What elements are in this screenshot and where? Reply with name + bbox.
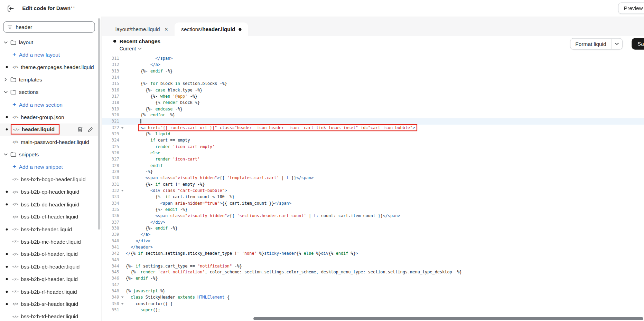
code-line-321[interactable]: 321 [102, 118, 644, 125]
code-line-342[interactable]: 342</{% if section.settings.sticky_heade… [102, 250, 644, 256]
code-line-328[interactable]: 328 endif [102, 162, 644, 168]
code-line-339[interactable]: 339 </a> [102, 231, 644, 237]
code-line-318[interactable]: 318 {% render block %} [102, 99, 644, 106]
line-number: 313 [102, 68, 119, 74]
file-tree: layout+Add a new layout</>theme.gempages… [0, 36, 98, 321]
code-line-340[interactable]: 340 </div> [102, 238, 644, 244]
chevron-down-icon[interactable] [612, 43, 622, 45]
line-number: 346 [102, 275, 119, 282]
tree-folder-snippets[interactable]: snippets [0, 148, 98, 161]
code-line-320[interactable]: 320 {%- endfor -%} [102, 112, 644, 118]
chevron-down-icon [3, 41, 8, 43]
code-line-330[interactable]: 330 <span class="visually-hidden">{{ 'te… [102, 175, 644, 181]
page-title: Edit code for Dawn [22, 5, 71, 11]
modified-dot [6, 128, 8, 130]
preview-button[interactable]: Preview [618, 2, 644, 14]
tree-folder-templates[interactable]: templates [0, 74, 98, 86]
code-line-338[interactable]: 338 {%- endif -%} [102, 225, 644, 231]
plus-icon: + [12, 165, 17, 169]
tree-item-label: bss-b2b-mc-header.liquid [21, 239, 81, 245]
code-line-349[interactable]: 349 class StickyHeader extends HTMLEleme… [102, 294, 644, 300]
rename-file-button[interactable] [87, 127, 93, 133]
version-dropdown[interactable]: Current [120, 46, 142, 52]
code-line-341[interactable]: 341 </header> [102, 244, 644, 250]
code-line-346[interactable]: 346{%- endif -%} [102, 275, 644, 282]
code-line-350[interactable]: 350 constructor() { [102, 301, 644, 307]
tree-add-add-a-new-section[interactable]: +Add a new section [0, 98, 98, 111]
fold-icon[interactable] [121, 297, 123, 299]
delete-file-button[interactable] [77, 126, 83, 133]
search-input[interactable] [16, 24, 91, 30]
code-line-316[interactable]: 316 {%- case block.type -%} [102, 87, 644, 93]
horizontal-scrollbar[interactable] [102, 317, 643, 320]
tree-file-bss-b2b-cp-header-liquid[interactable]: </>bss-b2b-cp-header.liquid [0, 186, 98, 198]
code-line-324[interactable]: 324 if cart == empty [102, 137, 644, 143]
line-number: 328 [102, 162, 119, 168]
code-line-347[interactable]: 347 [102, 282, 644, 288]
tree-folder-sections[interactable]: sections [0, 86, 98, 98]
scrollbar-thumb[interactable] [253, 317, 643, 320]
code-line-312[interactable]: 312 </a> [102, 62, 644, 68]
tree-file-bss-b2b-bogo-header-liquid[interactable]: </>bss-b2b-bogo-header.liquid [0, 173, 98, 186]
tree-file-bss-b2b-qb-header-liquid[interactable]: </>bss-b2b-qb-header.liquid [0, 260, 98, 273]
tree-folder-layout[interactable]: layout [0, 36, 98, 49]
tree-file-bss-b2b-header-liquid[interactable]: </>bss-b2b-header.liquid [0, 223, 98, 235]
code-line-313[interactable]: 313 {%- endif -%} [102, 68, 644, 74]
code-line-332[interactable]: 332 <div class="cart-count-bubble"> [102, 187, 644, 194]
sidebar-scrollbar[interactable] [98, 18, 100, 230]
code-editor[interactable]: 311 </span>312 </a>313 {%- endif -%}3143… [102, 52, 644, 321]
code-line-319[interactable]: 319 {%- endcase -%} [102, 106, 644, 112]
code-line-323[interactable]: 323 {%- liquid [102, 131, 644, 137]
code-line-345[interactable]: 345 {%- render 'cart-notification', colo… [102, 269, 644, 275]
tree-add-add-a-new-layout[interactable]: +Add a new layout [0, 49, 98, 61]
code-line-322[interactable]: 322 <a href="{{ routes.cart_url }}" clas… [102, 125, 644, 131]
tree-file-bss-b2b-dc-header-liquid[interactable]: </>bss-b2b-dc-header.liquid [0, 198, 98, 211]
code-line-315[interactable]: 315 {%- for block in section.blocks -%} [102, 80, 644, 87]
tree-file-bss-b2b-ef-header-liquid[interactable]: </>bss-b2b-ef-header.liquid [0, 211, 98, 223]
code-line-333[interactable]: 333 {%- if cart.item_count < 100 -%} [102, 194, 644, 200]
fold-icon[interactable] [121, 190, 123, 192]
code-line-334[interactable]: 334 <span aria-hidden="true">{{ cart.ite… [102, 200, 644, 206]
fold-icon[interactable] [121, 127, 123, 129]
tab-sections-header-liquid[interactable]: sections/header.liquid [175, 22, 248, 36]
code-line-311[interactable]: 311 </span> [102, 55, 644, 61]
tree-file-bss-b2b-td-header-liquid[interactable]: </>bss-b2b-td-header.liquid [0, 310, 98, 321]
tree-item-label: bss-b2b-ef-header.liquid [21, 214, 78, 220]
code-line-327[interactable]: 327 render 'icon-cart' [102, 156, 644, 162]
code-line-326[interactable]: 326 else [102, 150, 644, 156]
code-line-317[interactable]: 317 {%- when '@app' -%} [102, 93, 644, 99]
tree-file-bss-b2b-rf-header-liquid[interactable]: </>bss-b2b-rf-header.liquid [0, 285, 98, 298]
format-liquid-button[interactable]: Format liquid [570, 38, 623, 49]
tree-file-header-group-json[interactable]: </>header-group.json [0, 111, 98, 123]
code-line-348[interactable]: 348{% javascript %} [102, 288, 644, 294]
code-file-icon: </> [12, 277, 19, 281]
code-line-336[interactable]: 336 <span class="visually-hidden">{{ 'se… [102, 213, 644, 219]
tree-file-header-liquid[interactable]: </>header.liquid [0, 123, 98, 136]
code-line-314[interactable]: 314 [102, 74, 644, 80]
line-number: 319 [102, 106, 119, 112]
save-button[interactable]: Save [632, 38, 644, 49]
code-line-351[interactable]: 351 super(); [102, 307, 644, 313]
tree-file-bss-b2b-qi-header-liquid[interactable]: </>bss-b2b-qi-header.liquid [0, 273, 98, 285]
tree-file-bss-b2b-mc-header-liquid[interactable]: </>bss-b2b-mc-header.liquid [0, 235, 98, 248]
tree-file-main-password-header-liquid[interactable]: </>main-password-header.liquid [0, 136, 98, 148]
code-line-343[interactable]: 343 [102, 256, 644, 263]
tree-file-bss-b2b-ol-header-liquid[interactable]: </>bss-b2b-ol-header.liquid [0, 248, 98, 260]
exit-button[interactable] [5, 3, 16, 14]
code-line-337[interactable]: 337 </div> [102, 219, 644, 225]
close-icon[interactable]: × [165, 26, 168, 32]
code-line-329[interactable]: 329 -%} [102, 168, 644, 175]
tab-layout-theme-liquid[interactable]: layout/theme.liquid × [109, 22, 175, 36]
line-number: 344 [102, 263, 119, 269]
tree-add-add-a-new-snippet[interactable]: +Add a new snippet [0, 161, 98, 173]
code-line-325[interactable]: 325 render 'icon-cart-empty' [102, 143, 644, 149]
code-file-icon: </> [12, 265, 19, 269]
code-line-344[interactable]: 344{%- if settings.cart_type == "notific… [102, 263, 644, 269]
tree-file-bss-b2b-sr-header-liquid[interactable]: </>bss-b2b-sr-header.liquid [0, 298, 98, 310]
line-number: 347 [102, 282, 119, 288]
more-menu-button[interactable]: ⋯ [68, 3, 75, 11]
code-line-335[interactable]: 335 {%- endif -%} [102, 206, 644, 212]
tree-file-theme-gempages-header-liquid[interactable]: </>theme.gempages.header.liquid [0, 61, 98, 74]
code-line-331[interactable]: 331 {%- if cart != empty -%} [102, 181, 644, 187]
fold-icon[interactable] [121, 303, 123, 305]
